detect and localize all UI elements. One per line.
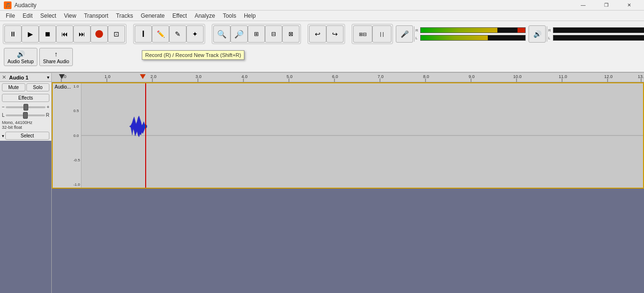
input-monitor: 🎤 R L (396, 25, 526, 43)
svg-text:13.0: 13.0 (638, 74, 644, 79)
gain-thumb[interactable] (23, 104, 28, 111)
svg-text:11.0: 11.0 (559, 74, 567, 79)
silence-button[interactable]: | | (372, 25, 391, 43)
vu-row-l-top: L (415, 34, 526, 41)
draw-tool-button[interactable]: ✎ (169, 25, 186, 43)
minimize-button[interactable]: — (572, 0, 594, 11)
playhead-start[interactable] (59, 74, 65, 79)
toolbar-row-2: 🔊 Audio Setup ↑ Share Audio (2, 46, 642, 68)
maximize-button[interactable]: ❐ (595, 0, 617, 11)
vu-bar-r-out (553, 27, 644, 33)
skip-end-button[interactable]: ⏭ (73, 25, 91, 43)
effects-button[interactable]: Effects (2, 94, 49, 102)
menu-file[interactable]: File (2, 11, 19, 20)
vu-bar-l-out (553, 35, 644, 41)
zoom-out-button[interactable]: 🔎 (230, 25, 248, 43)
stop-button[interactable]: ⏹ (39, 25, 56, 43)
main-area: ✕ Audio 1 ▾ Mute Solo Effects − + L (0, 73, 644, 293)
svg-text:7.0: 7.0 (378, 74, 384, 79)
close-button[interactable]: ✕ (618, 0, 640, 11)
zoom-sel-button[interactable]: ⊞ (248, 25, 265, 43)
menu-select[interactable]: Select (36, 11, 60, 20)
toolbar: ⏸ ▶ ⏹ ⏮ ⏭ ⊡ I ✏️ ✎ ✦ 🔍 🔎 ⊞ ⊟ ⊠ (0, 21, 644, 73)
track-mute-solo-row: Mute Solo (2, 83, 49, 91)
titlebar: 🎵 Audacity — ❐ ✕ (0, 0, 644, 11)
vu-meters-out: R L (548, 27, 644, 41)
audio-setup-label: Audio Setup (8, 59, 34, 64)
svg-text:2.0: 2.0 (150, 74, 157, 79)
share-audio-button[interactable]: ↑ Share Audio (39, 48, 73, 66)
solo-button[interactable]: Solo (26, 83, 50, 91)
skip-start-button[interactable]: ⏮ (56, 25, 73, 43)
vu-out-l-label: L (548, 36, 552, 40)
menu-help[interactable]: Help (240, 11, 260, 20)
audio-setup-button[interactable]: 🔊 Audio Setup (4, 48, 37, 66)
speaker-button[interactable]: 🔊 (529, 25, 546, 43)
track-sample-rate: Mono, 44100Hz (2, 120, 49, 125)
pan-thumb[interactable] (23, 112, 28, 119)
track-bit-depth: 32-bit float (2, 125, 49, 130)
track-info: Mono, 44100Hz 32-bit float (2, 120, 49, 130)
app-title: Audacity (14, 2, 572, 9)
pan-slider[interactable] (6, 114, 45, 116)
undo-button[interactable]: ↩ (309, 25, 326, 43)
select-tool-button[interactable]: I (135, 25, 152, 43)
redo-button[interactable]: ↪ (326, 25, 344, 43)
select-collapse-arrow[interactable]: ▾ (2, 134, 4, 138)
playhead-record[interactable] (140, 74, 146, 79)
waveform-svg (81, 83, 643, 188)
track-label-text: Audio... (55, 84, 71, 90)
menu-view[interactable]: View (60, 11, 80, 20)
vu-fill-r (421, 28, 497, 33)
gain-minus-label: − (2, 104, 5, 110)
svg-text:8.0: 8.0 (423, 74, 429, 79)
vu-meters: R L (415, 27, 526, 41)
timeline-ruler[interactable]: 0.0 1.0 2.0 3.0 4.0 5.0 6.0 7.0 (52, 73, 644, 82)
y-label-0: 0.0 (73, 134, 80, 138)
transport-toolbar: ⏸ ▶ ⏹ ⏮ ⏭ ⊡ (3, 24, 126, 44)
menu-transport[interactable]: Transport (80, 11, 112, 20)
loop-button[interactable]: ⊡ (108, 25, 125, 43)
play-button[interactable]: ▶ (22, 25, 39, 43)
record-button[interactable] (91, 25, 108, 43)
waveform-track[interactable]: Audio... 1.0 0.5 0.0 -0.5 -1.0 (52, 82, 644, 189)
y-label-05: 0.5 (73, 109, 80, 113)
zoom-in-button[interactable]: 🔍 (213, 25, 230, 43)
svg-text:12.0: 12.0 (604, 74, 613, 79)
pause-button[interactable]: ⏸ (4, 25, 22, 43)
svg-text:3.0: 3.0 (196, 74, 202, 79)
menu-edit[interactable]: Edit (19, 11, 36, 20)
track-close-button[interactable]: ✕ (2, 74, 6, 80)
multi-tool-button[interactable]: ✦ (186, 25, 204, 43)
vu-bar-r (420, 27, 526, 33)
waveform-content[interactable] (81, 83, 643, 188)
mute-button[interactable]: Mute (2, 83, 25, 91)
menu-tracks[interactable]: Tracks (112, 11, 137, 20)
vu-label-l-top: L (415, 36, 419, 40)
record-cursor-line (145, 83, 146, 188)
vu-row-r-top: R (415, 27, 526, 34)
trim-button[interactable]: ⊞⊟ (353, 25, 372, 43)
gain-slider[interactable] (6, 106, 46, 108)
envelope-tool-button[interactable]: ✏️ (152, 25, 169, 43)
zoom-fit-button[interactable]: ⊟ (265, 25, 282, 43)
gain-plus-label: + (46, 104, 49, 110)
pan-r-label: R (46, 113, 49, 118)
y-label-n05: -0.5 (73, 158, 80, 162)
track-menu-arrow[interactable]: ▾ (47, 75, 49, 80)
track-title-row: ✕ Audio 1 ▾ (2, 74, 49, 80)
vu-label-r: R (415, 28, 419, 33)
y-label-n1: -1.0 (73, 182, 80, 187)
menu-tools[interactable]: Tools (219, 11, 240, 20)
window-controls: — ❐ ✕ (572, 0, 640, 11)
select-button[interactable]: Select (5, 132, 49, 140)
zoom-width-button[interactable]: ⊠ (282, 25, 299, 43)
gain-row: − + (2, 104, 49, 110)
menu-analyze[interactable]: Analyze (191, 11, 219, 20)
svg-text:9.0: 9.0 (469, 74, 475, 79)
svg-text:1.0: 1.0 (104, 74, 111, 79)
menu-effect[interactable]: Effect (169, 11, 191, 20)
menu-generate[interactable]: Generate (137, 11, 169, 20)
mic-button[interactable]: 🎤 (396, 25, 413, 43)
track-header: ✕ Audio 1 ▾ (0, 73, 51, 82)
